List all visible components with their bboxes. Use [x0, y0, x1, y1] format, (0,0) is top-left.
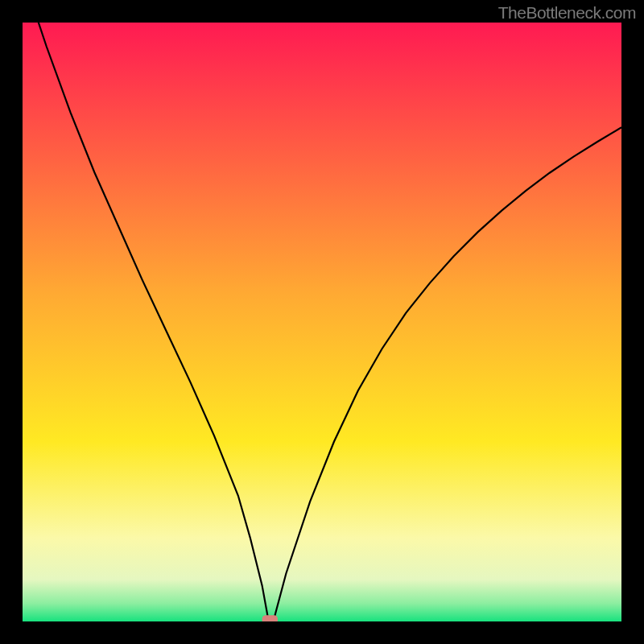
optimal-point-marker	[262, 615, 278, 621]
chart-background	[23, 23, 621, 621]
chart-svg	[23, 23, 621, 621]
chart-plot-area	[23, 23, 621, 621]
watermark-text: TheBottleneck.com	[498, 3, 636, 23]
